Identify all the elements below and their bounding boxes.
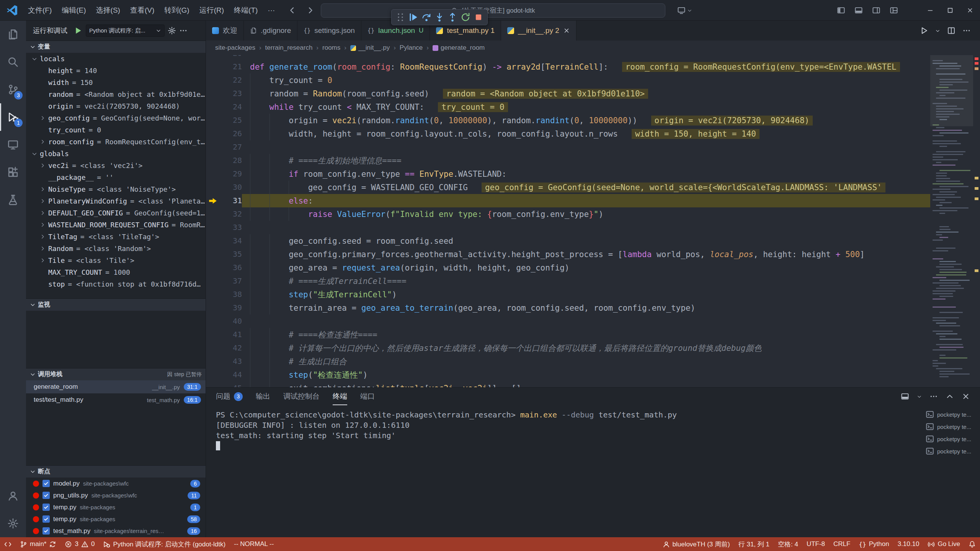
glyph-margin[interactable] [206,181,220,194]
python-version[interactable]: 3.10.10 [893,537,924,551]
debug-step-out-button[interactable] [448,12,457,22]
panel-layout-chevron-icon[interactable] [917,394,922,399]
glyph-margin[interactable] [206,73,220,87]
activity-explorer[interactable] [0,21,26,48]
code-line-20[interactable]: 20 [206,55,980,60]
menu-item-4[interactable]: 转到(G) [159,5,194,15]
panel-close-icon[interactable] [962,392,970,401]
code-line-23[interactable]: 23 random = Random(room_config.seed)rand… [206,87,980,100]
code-line-21[interactable]: 21def generate_room(room_config: RoomReq… [206,60,980,73]
git-blame[interactable]: blueloveTH (3 周前) [658,537,734,551]
breakpoint-row[interactable]: test_math.pysite-packages\terrain_res…16 [26,525,206,537]
variable-row[interactable]: origin= vec2i(7205730, 9024468) [26,100,206,112]
menu-item-5[interactable]: 运行(R) [194,5,229,15]
glyph-margin[interactable] [206,261,220,274]
minimap[interactable] [930,55,973,387]
debug-settings-gear-icon[interactable] [168,26,176,35]
toggle-panel-icon[interactable] [854,6,863,15]
start-debugging-button[interactable] [74,26,83,35]
debug-step-over-button[interactable] [421,12,431,22]
breadcrumb-item-0[interactable]: site-packages [215,44,255,52]
debug-configuration-dropdown[interactable]: Python 调试程序: 启... [86,24,165,37]
variable-group-locals[interactable]: locals [26,53,206,65]
activity-search[interactable] [0,48,26,76]
glyph-margin[interactable] [206,315,220,328]
code-line-25[interactable]: 25 origin = vec2i(random.randint(0, 1000… [206,114,980,127]
variable-row[interactable]: geo_config= GeoConfig(seed=None, wor… [26,112,206,124]
split-editor-icon[interactable] [947,26,956,35]
sidebar-more-actions-icon[interactable] [179,26,188,35]
window-minimize-button[interactable] [920,0,940,21]
glyph-margin[interactable] [206,194,220,207]
glyph-margin[interactable] [206,127,220,140]
minimap-slider[interactable] [930,55,973,126]
panel-layout-icon[interactable] [901,392,909,401]
code-line-37[interactable]: 37 # ====生成TerrainCell==== [206,274,980,288]
breakpoint-row[interactable]: png_utils.pysite-packages\wfc11 [26,489,206,501]
code-line-43[interactable]: 43 # 生成出口组合 [206,355,980,368]
panel-tab-问题[interactable]: 问题3 [216,388,243,405]
glyph-margin[interactable] [206,248,220,261]
call-stack-frame[interactable]: test/test_math.pytest_math.py16:1 [26,393,206,406]
code-line-26[interactable]: 26 width, height = room_config.layout.n_… [206,127,980,140]
editor-tab-2[interactable]: {}settings.json [297,21,361,41]
glyph-margin[interactable] [206,234,220,248]
glyph-margin[interactable] [206,341,220,355]
code-line-36[interactable]: 36 geo_area = request_area(origin, width… [206,261,980,274]
panel-tab-输出[interactable]: 输出 [256,388,270,405]
debug-configuration[interactable]: Python 调试程序: 启动文件 (godot-ldtk) [99,537,230,551]
breakpoint-checkbox[interactable] [42,527,50,535]
variable-row[interactable]: stop= <function stop at 0x1bf8d716d… [26,278,206,290]
toggle-secondary-sidebar-icon[interactable] [872,6,880,15]
terminal-instance-1[interactable]: pocketpy te... [926,421,977,433]
variable-row[interactable]: __package__= '' [26,171,206,183]
menu-item-7[interactable]: ··· [263,6,280,15]
variable-group-globals[interactable]: globals [26,148,206,160]
activity-manage[interactable] [0,510,26,537]
go-live[interactable]: Go Live [923,537,964,551]
variable-row[interactable]: PlanetaryWindConfig= <class 'Planeta… [26,195,206,207]
variables-section-header[interactable]: 变量 [26,41,206,53]
menu-item-0[interactable]: 文件(F) [23,5,57,15]
terminal-instance-2[interactable]: pocketpy te... [926,433,977,445]
go-forward-icon[interactable] [306,6,315,15]
remote-window-button[interactable] [677,0,692,21]
panel-tab-端口[interactable]: 端口 [360,388,375,405]
go-back-icon[interactable] [288,6,296,15]
activity-testing[interactable] [0,186,26,214]
cursor-position[interactable]: 行 31, 列 1 [734,537,774,551]
code-line-35[interactable]: 35 geo_config.primary_forces.geothermal_… [206,248,980,261]
variable-row[interactable]: NoiseType= <class 'NoiseType'> [26,183,206,195]
glyph-margin[interactable] [206,355,220,368]
run-python-file-icon[interactable] [920,26,928,35]
glyph-margin[interactable] [206,60,220,73]
glyph-margin[interactable] [206,207,220,221]
encoding[interactable]: UTF-8 [802,537,829,551]
code-line-40[interactable]: 40 [206,315,980,328]
editor-more-actions-icon[interactable] [962,26,971,35]
call-stack-frame[interactable]: generate_room__init__.py31:1 [26,380,206,393]
window-maximize-button[interactable] [940,0,960,21]
variable-row[interactable]: TileTag= <class 'TileTag'> [26,231,206,243]
editor-tab-0[interactable]: 欢迎 [206,21,244,41]
breadcrumb-item-5[interactable]: generate_room [433,44,485,52]
glyph-margin[interactable] [206,288,220,301]
terminal-output[interactable]: PS C:\computer_science\godot-ldtk\site-p… [216,410,923,536]
menu-item-6[interactable]: 终端(T) [229,5,263,15]
problems[interactable]: 30 [60,537,99,551]
code-line-24[interactable]: 24 while try_count < MAX_TRY_COUNT:try_c… [206,100,980,114]
activity-extensions[interactable] [0,158,26,186]
breadcrumb-item-1[interactable]: terrain_research [265,44,313,52]
glyph-margin[interactable] [206,221,220,234]
variable-row[interactable]: WASTELAND_ROOM_REQUEST_CONFIG= RoomR… [26,219,206,231]
breakpoint-row[interactable]: temp.pysite-packages58 [26,513,206,525]
breakpoint-checkbox[interactable] [42,504,50,511]
glyph-margin[interactable] [206,87,220,100]
watch-section-header[interactable]: 监视 [26,298,206,311]
code-line-29[interactable]: 29 if room_config.env_type == EnvType.WA… [206,167,980,181]
panel-tab-调试控制台[interactable]: 调试控制台 [283,388,320,405]
breakpoint-row[interactable]: temp.pysite-packages1 [26,501,206,513]
tab-close-icon[interactable] [563,27,570,34]
branch[interactable]: main* [16,537,60,551]
remote-screen-icon[interactable] [677,6,686,15]
